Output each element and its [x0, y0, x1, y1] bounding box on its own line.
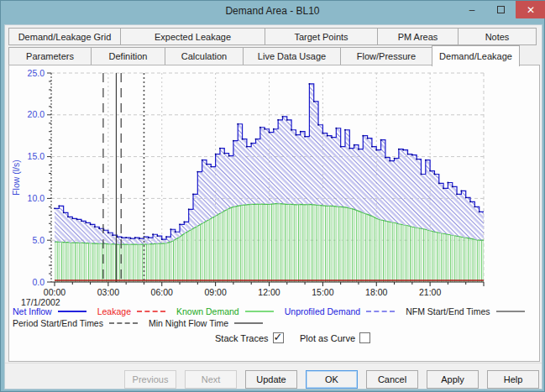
legend-label: Known Demand	[176, 306, 239, 316]
apply-button[interactable]: Apply	[427, 370, 479, 389]
chart-legend-row-2: Period Start/End TimesMin Night Flow Tim…	[13, 318, 263, 328]
svg-text:10.0: 10.0	[28, 193, 45, 203]
tab-demand-leakage-grid[interactable]: Demand/Leakage Grid	[8, 28, 121, 45]
svg-text:15:00: 15:00	[312, 287, 333, 297]
legend-line-sample	[496, 311, 525, 312]
svg-text:0.0: 0.0	[32, 277, 45, 287]
legend-item-min-night-flow-time: Min Night Flow Time	[149, 318, 263, 328]
demand-leakage-tab-panel: 0.05.010.015.020.025.000:0003:0006:0009:…	[8, 65, 540, 362]
legend-item-period-start-end-times: Period Start/End Times	[13, 318, 138, 328]
svg-text:09:00: 09:00	[204, 287, 226, 297]
legend-line-sample	[137, 311, 165, 312]
minimize-icon: –	[469, 4, 475, 16]
titlebar: Demand Area - BL10 – ✕	[1, 1, 544, 24]
next-button[interactable]: Next	[185, 370, 237, 389]
check-icon: ✓	[274, 331, 283, 343]
legend-label: NFM Start/End Times	[406, 306, 490, 316]
svg-text:06:00: 06:00	[151, 287, 173, 297]
close-button[interactable]: ✕	[516, 1, 545, 18]
dialog-window: Demand Area - BL10 – ✕ Demand/Leakage Gr…	[0, 0, 545, 392]
svg-text:5.0: 5.0	[32, 235, 45, 245]
tab-parameters[interactable]: Parameters	[8, 47, 92, 65]
help-button[interactable]: Help	[487, 370, 539, 389]
tab-row-1: Demand/Leakage GridExpected LeakageTarge…	[8, 28, 536, 45]
plot-as-curve-checkbox[interactable]	[359, 332, 370, 343]
tab-definition[interactable]: Definition	[91, 47, 165, 65]
tab-target-points[interactable]: Target Points	[265, 28, 378, 45]
legend-line-sample	[109, 322, 138, 324]
tab-pm-areas[interactable]: PM Areas	[377, 28, 459, 45]
minimize-button[interactable]: –	[461, 1, 483, 18]
legend-item-nfm-start-end-times: NFM Start/End Times	[406, 306, 524, 316]
svg-text:15.0: 15.0	[28, 151, 45, 161]
update-button[interactable]: Update	[245, 370, 297, 389]
legend-item-unprofiled-demand: Unprofiled Demand	[285, 306, 395, 316]
button-bar: PreviousNextUpdateOKCancelApplyHelp	[5, 363, 542, 389]
legend-label: Leakage	[97, 306, 131, 316]
stack-traces-checkbox[interactable]: ✓	[273, 332, 284, 343]
screenshot-stage: Demand Area - BL10 – ✕ Demand/Leakage Gr…	[0, 0, 545, 392]
tab-flow-pressure[interactable]: Flow/Pressure	[340, 47, 432, 65]
legend-label: Min Night Flow Time	[149, 318, 228, 328]
legend-label: Period Start/End Times	[13, 318, 103, 328]
legend-line-sample	[58, 311, 86, 312]
svg-text:18:00: 18:00	[365, 287, 387, 297]
tab-expected-leakage[interactable]: Expected Leakage	[120, 28, 265, 45]
stack-traces-label: Stack Traces	[215, 333, 269, 343]
tab-notes[interactable]: Notes	[458, 28, 537, 45]
svg-text:20.0: 20.0	[28, 109, 45, 119]
dialog-client-area: Demand/Leakage GridExpected LeakageTarge…	[4, 24, 542, 389]
ok-button[interactable]: OK	[306, 370, 358, 389]
close-icon: ✕	[527, 4, 535, 16]
svg-text:21:00: 21:00	[419, 287, 441, 297]
svg-text:25.0: 25.0	[28, 68, 45, 78]
legend-line-sample	[366, 311, 395, 312]
legend-label: Net Inflow	[13, 306, 52, 316]
legend-label: Unprofiled Demand	[285, 306, 360, 316]
stack-traces-checkbox-group: Stack Traces ✓	[215, 332, 284, 343]
tab-row-2: ParametersDefinitionCalculationLive Data…	[8, 47, 519, 66]
plot-as-curve-label: Plot as Curve	[300, 333, 355, 343]
legend-item-net-inflow: Net Inflow	[13, 306, 86, 316]
tab-demand-leakage[interactable]: Demand/Leakage	[432, 45, 520, 66]
maximize-icon	[497, 6, 505, 13]
plot-as-curve-checkbox-group: Plot as Curve	[300, 332, 370, 343]
svg-text:00:00: 00:00	[44, 287, 66, 297]
legend-item-known-demand: Known Demand	[176, 306, 274, 316]
chart: 0.05.010.015.020.025.000:0003:0006:0009:…	[9, 65, 541, 306]
svg-text:12:00: 12:00	[258, 287, 280, 297]
previous-button[interactable]: Previous	[124, 370, 176, 389]
svg-text:17/1/2002: 17/1/2002	[21, 297, 60, 306]
cancel-button[interactable]: Cancel	[366, 370, 418, 389]
tab-live-data-usage[interactable]: Live Data Usage	[243, 47, 341, 65]
legend-line-sample	[234, 322, 263, 324]
legend-line-sample	[245, 311, 274, 312]
svg-text:Flow (l/s): Flow (l/s)	[11, 159, 21, 196]
chart-svg: 0.05.010.015.020.025.000:0003:0006:0009:…	[9, 65, 541, 306]
svg-text:03:00: 03:00	[97, 287, 119, 297]
maximize-button[interactable]	[490, 1, 511, 18]
legend-item-leakage: Leakage	[97, 306, 165, 316]
tab-calculation[interactable]: Calculation	[165, 47, 244, 65]
chart-legend-row-1: Net InflowLeakageKnown DemandUnprofiled …	[13, 306, 525, 316]
